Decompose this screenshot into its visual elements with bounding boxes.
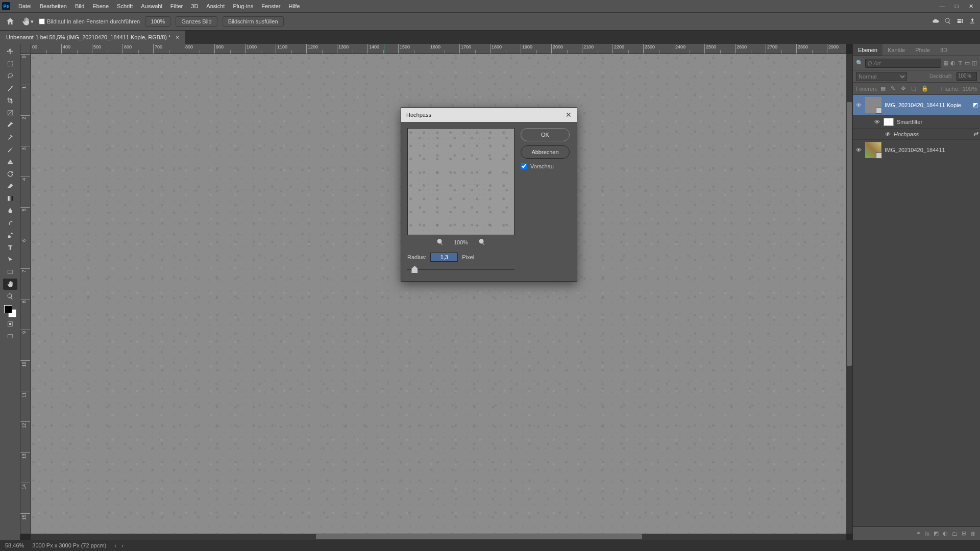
dialog-titlebar[interactable]: Hochpass ✕ [401, 108, 577, 122]
brush-tool-icon[interactable] [3, 144, 17, 155]
home-icon[interactable] [4, 15, 16, 28]
vertical-scrollbar[interactable] [846, 54, 852, 534]
menu-hilfe[interactable]: Hilfe [284, 3, 304, 9]
menu-fenster[interactable]: Fenster [257, 3, 284, 9]
filter-options-icon[interactable]: ⇄ [973, 131, 978, 137]
smartfilter-mask-thumbnail[interactable] [884, 118, 894, 126]
color-swatches[interactable] [4, 305, 16, 317]
menu-auswahl[interactable]: Auswahl [137, 3, 166, 9]
horizontal-ruler[interactable]: 00 400 500 600 700 800 900 1000 1100 120… [31, 44, 846, 54]
opacity-value[interactable]: 100% [957, 72, 977, 81]
menu-datei[interactable]: Datei [14, 3, 36, 9]
vertical-scroll-thumb[interactable] [847, 102, 852, 366]
blend-mode-select[interactable]: Normal [856, 72, 907, 81]
clone-stamp-tool-icon[interactable] [3, 156, 17, 167]
scroll-all-windows-checkbox[interactable]: Bildlauf in allen Fenstern durchführen [39, 18, 140, 24]
window-close-button[interactable]: ✕ [964, 3, 978, 10]
filter-shape-icon[interactable]: ▭ [965, 59, 970, 67]
lock-transparency-icon[interactable]: ▦ [880, 85, 888, 92]
rectangle-tool-icon[interactable] [3, 266, 17, 278]
new-layer-icon[interactable]: ⊞ [962, 530, 966, 537]
horizontal-scrollbar[interactable] [31, 534, 846, 540]
status-docinfo[interactable]: 3000 Px x 3000 Px (72 ppcm) [32, 542, 106, 548]
status-zoom[interactable]: 58,46% [5, 542, 24, 548]
type-tool-icon[interactable] [3, 242, 17, 253]
smart-filter-row[interactable]: 👁 Smartfilter [853, 115, 980, 129]
hand-tool-preset-icon[interactable]: ▾ [21, 15, 34, 28]
tab-3d[interactable]: 3D [935, 44, 952, 56]
tab-pfade[interactable]: Pfade [910, 44, 935, 56]
zoom-tool-icon[interactable] [3, 291, 17, 302]
hand-tool-icon[interactable] [3, 279, 17, 290]
lock-all-icon[interactable]: 🔒 [921, 85, 928, 92]
zoom-100-button[interactable]: 100% [145, 16, 170, 27]
scroll-all-windows-input[interactable] [39, 18, 45, 24]
move-tool-icon[interactable] [3, 46, 17, 57]
history-brush-tool-icon[interactable] [3, 168, 17, 180]
filter-name-label[interactable]: Hochpass [894, 131, 970, 137]
status-nav-arrows[interactable]: ‹ › [114, 543, 125, 548]
workspace-icon[interactable] [957, 17, 964, 26]
ok-button[interactable]: OK [521, 128, 570, 141]
vertical-ruler[interactable]: 0 1 2 3 4 5 6 7 8 9 10 11 12 13 14 15 [20, 54, 31, 534]
preview-checkbox-row[interactable]: Vorschau [521, 163, 570, 169]
layer-row[interactable]: 👁 IMG_20210420_184411 Kopie ◩ [853, 95, 980, 115]
share-icon[interactable] [969, 17, 976, 26]
menu-filter[interactable]: Filter [166, 3, 187, 9]
filter-type-icon[interactable]: T [958, 59, 963, 67]
lasso-tool-icon[interactable] [3, 70, 17, 82]
document-tab-close-icon[interactable]: × [176, 34, 179, 40]
fill-value[interactable]: 100% [963, 86, 977, 92]
quickmask-tool-icon[interactable] [3, 318, 17, 330]
layer-name-label[interactable]: IMG_20210420_184411 Kopie [885, 102, 970, 108]
dodge-tool-icon[interactable] [3, 217, 17, 229]
menu-plugins[interactable]: Plug-ins [229, 3, 257, 9]
pen-tool-icon[interactable] [3, 230, 17, 241]
foreground-color-swatch[interactable] [4, 305, 12, 313]
fit-screen-button[interactable]: Ganzes Bild [176, 16, 217, 27]
zoom-in-icon[interactable] [478, 238, 485, 246]
layer-name-label[interactable]: IMG_20210420_184411 [885, 147, 978, 153]
zoom-out-icon[interactable] [436, 238, 444, 246]
search-icon[interactable]: 🔍 [856, 59, 863, 67]
menu-ebene[interactable]: Ebene [88, 3, 113, 9]
path-selection-tool-icon[interactable] [3, 254, 17, 265]
fill-screen-button[interactable]: Bildschirm ausfüllen [223, 16, 284, 27]
lock-artboard-icon[interactable]: ▢ [911, 85, 918, 92]
gradient-tool-icon[interactable] [3, 193, 17, 204]
eraser-tool-icon[interactable] [3, 181, 17, 192]
cancel-button[interactable]: Abbrechen [521, 145, 570, 159]
filter-adjust-icon[interactable]: ◐ [950, 59, 955, 67]
filter-smart-icon[interactable]: ◫ [972, 59, 977, 67]
delete-layer-icon[interactable]: 🗑 [970, 531, 976, 537]
layer-group-icon[interactable]: 🗀 [952, 531, 958, 537]
horizontal-scroll-thumb[interactable] [316, 534, 642, 539]
window-minimize-button[interactable]: — [935, 3, 949, 9]
layer-thumbnail[interactable] [865, 142, 881, 158]
marquee-tool-icon[interactable] [3, 58, 17, 69]
cloud-share-icon[interactable] [932, 17, 939, 26]
layer-mask-icon[interactable]: ◩ [934, 530, 939, 537]
filter-image-icon[interactable]: ▦ [943, 59, 948, 67]
dialog-close-icon[interactable]: ✕ [566, 111, 572, 119]
tab-ebenen[interactable]: Ebenen [853, 44, 883, 56]
window-maximize-button[interactable]: □ [949, 3, 964, 9]
screenmode-tool-icon[interactable] [3, 331, 17, 342]
document-tab[interactable]: Unbenannt-1 bei 58,5% (IMG_20210420_1844… [0, 31, 185, 44]
blur-tool-icon[interactable] [3, 205, 17, 216]
filter-entry-row[interactable]: 👁 Hochpass ⇄ [853, 129, 980, 140]
layer-row[interactable]: 👁 IMG_20210420_184411 [853, 140, 980, 160]
tab-kanale[interactable]: Kanäle [883, 44, 910, 56]
link-layers-icon[interactable]: ⚭ [916, 530, 921, 537]
preview-checkbox[interactable] [521, 163, 527, 169]
frame-tool-icon[interactable] [3, 107, 17, 118]
adjustment-layer-icon[interactable]: ◐ [943, 530, 948, 537]
layer-fx-icon[interactable]: fx [925, 531, 929, 537]
layer-filter-input[interactable] [865, 59, 941, 68]
eyedropper-tool-icon[interactable] [3, 119, 17, 131]
menu-bearbeiten[interactable]: Bearbeiten [36, 3, 71, 9]
layer-visibility-icon[interactable]: 👁 [855, 147, 862, 153]
lock-position-icon[interactable]: ✥ [901, 85, 908, 92]
layer-visibility-icon[interactable]: 👁 [884, 131, 891, 137]
layer-visibility-icon[interactable]: 👁 [873, 119, 880, 125]
